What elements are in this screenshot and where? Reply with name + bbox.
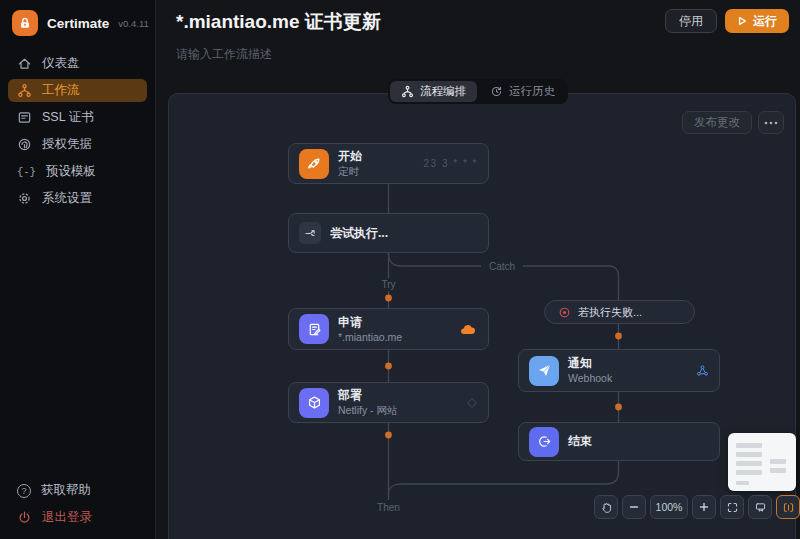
rocket-icon: [299, 149, 329, 179]
tab-run-history[interactable]: 运行历史: [479, 81, 566, 102]
snapshot-icon: [754, 501, 767, 514]
main-area: *.miantiao.me 证书更新 请输入工作流描述 停用 运行 流程编排 运…: [156, 0, 800, 539]
canvas-toolbar: 100%: [594, 495, 800, 519]
fit-view-icon: [726, 501, 739, 514]
add-node-dot[interactable]: [385, 363, 392, 370]
sidebar-item-label: 预设模板: [46, 163, 96, 180]
node-subtitle: *.miantiao.me: [338, 331, 402, 344]
split-icon: [299, 222, 321, 244]
minimap-node: [770, 459, 786, 464]
end-exit-icon: [529, 427, 559, 457]
zoom-out-button[interactable]: [622, 495, 646, 519]
minimap-node: [770, 468, 786, 473]
add-node-dot[interactable]: [615, 333, 622, 340]
run-button[interactable]: 运行: [725, 9, 789, 33]
node-on-failure[interactable]: 若执行失败...: [544, 300, 695, 324]
sidebar-item-label: 工作流: [42, 82, 80, 99]
header-actions: 停用 运行: [665, 9, 789, 33]
minimap-node: [736, 461, 762, 466]
question-icon: ?: [17, 484, 31, 498]
publish-changes-button[interactable]: 发布更改: [682, 111, 752, 134]
more-options-button[interactable]: [758, 111, 784, 134]
app-logo: Certimate v0.4.11: [0, 0, 155, 48]
edge-label-then: Then: [377, 502, 400, 513]
minimap-icon: [782, 501, 795, 514]
workflow-canvas[interactable]: 发布更改 Try Catch Then: [168, 93, 796, 539]
canvas-actions: 发布更改: [682, 111, 784, 134]
add-node-dot[interactable]: [615, 404, 622, 411]
sidebar-item-label: 系统设置: [42, 190, 92, 207]
workflow-title: *.miantiao.me 证书更新: [176, 9, 381, 35]
node-subtitle: 定时: [338, 165, 362, 178]
minimap-node: [736, 452, 762, 457]
add-node-dot[interactable]: [385, 295, 392, 302]
node-notify[interactable]: 通知 Webhook: [518, 349, 720, 392]
zoom-level-indicator[interactable]: 100%: [650, 495, 688, 519]
fit-view-button[interactable]: [720, 495, 744, 519]
disable-button[interactable]: 停用: [665, 9, 717, 33]
sidebar-item-label: SSL 证书: [42, 109, 94, 126]
minus-icon: [628, 501, 640, 513]
app-name: Certimate: [47, 16, 109, 31]
sidebar-item-settings[interactable]: 系统设置: [8, 187, 147, 210]
tab-label: 流程编排: [420, 84, 466, 99]
cloudflare-icon: [460, 324, 478, 335]
node-title: 通知: [568, 356, 612, 370]
sidebar-item-credentials[interactable]: 授权凭据: [8, 133, 147, 156]
home-icon: [17, 56, 32, 71]
sidebar-item-ssl-certificates[interactable]: SSL 证书: [8, 106, 147, 129]
node-start[interactable]: 开始 定时 23 3 * * *: [288, 143, 489, 184]
power-icon: [17, 510, 32, 525]
run-label: 运行: [753, 13, 777, 30]
sidebar-item-label: 仪表盘: [42, 55, 80, 72]
edge-label-try: Try: [381, 279, 395, 290]
failure-target-icon: [558, 306, 571, 319]
edge-end-merge: [389, 461, 619, 494]
workflow-description-input[interactable]: 请输入工作流描述: [176, 46, 272, 63]
app-version: v0.4.11: [118, 18, 148, 29]
node-title: 若执行失败...: [578, 305, 642, 320]
snapshot-button[interactable]: [748, 495, 772, 519]
minimap-node: [736, 481, 749, 485]
minimap-node: [736, 443, 762, 448]
braces-icon: {-}: [17, 166, 36, 178]
edge-label-catch: Catch: [489, 261, 515, 272]
zoom-in-button[interactable]: [692, 495, 716, 519]
play-icon: [737, 16, 747, 26]
ellipsis-icon: [764, 121, 778, 125]
node-try-block[interactable]: 尝试执行...: [288, 213, 489, 253]
node-deploy[interactable]: 部署 Netlify - 网站: [288, 382, 489, 423]
webhook-icon: [696, 364, 709, 377]
get-help-button[interactable]: ? 获取帮助: [8, 479, 147, 502]
fingerprint-icon: [17, 137, 32, 152]
add-node-dot[interactable]: [385, 432, 392, 439]
certimate-app: Certimate v0.4.11 仪表盘 工作流 SSL 证书 授权凭据 {-…: [0, 0, 800, 539]
tab-orchestration[interactable]: 流程编排: [390, 81, 477, 102]
certificate-icon: [17, 110, 32, 125]
sidebar-item-workflows[interactable]: 工作流: [8, 79, 147, 102]
sidebar-nav: 仪表盘 工作流 SSL 证书 授权凭据 {-} 预设模板 系统设置: [0, 52, 155, 210]
node-subtitle: Webhook: [568, 372, 612, 385]
sidebar-item-label: 授权凭据: [42, 136, 92, 153]
logout-label: 退出登录: [42, 509, 92, 526]
node-subtitle: Netlify - 网站: [338, 404, 398, 417]
node-title: 结束: [568, 434, 592, 448]
help-label: 获取帮助: [41, 482, 91, 499]
cron-expression: 23 3 * * *: [424, 158, 478, 169]
minimap[interactable]: [728, 433, 796, 491]
sidebar-item-dashboard[interactable]: 仪表盘: [8, 52, 147, 75]
workflow-icon: [17, 83, 32, 98]
tab-label: 运行历史: [509, 84, 555, 99]
node-apply[interactable]: 申请 *.miantiao.me: [288, 308, 489, 350]
node-title: 开始: [338, 149, 362, 163]
plus-icon: [698, 501, 710, 513]
node-end[interactable]: 结束: [518, 422, 720, 461]
logout-button[interactable]: 退出登录: [8, 506, 147, 529]
sidebar-item-templates[interactable]: {-} 预设模板: [8, 160, 147, 183]
sidebar: Certimate v0.4.11 仪表盘 工作流 SSL 证书 授权凭据 {-…: [0, 0, 156, 539]
paper-plane-icon: [529, 356, 559, 386]
pan-tool-button[interactable]: [594, 495, 618, 519]
minimap-node: [736, 470, 762, 475]
minimap-toggle-button[interactable]: [776, 495, 800, 519]
node-title: 尝试执行...: [330, 226, 388, 240]
